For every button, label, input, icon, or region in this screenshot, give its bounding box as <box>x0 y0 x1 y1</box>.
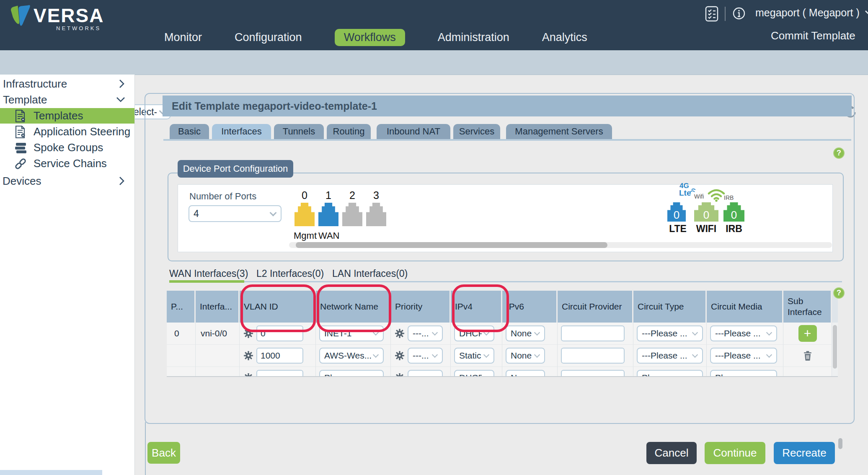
tab-services[interactable]: Services <box>453 124 500 139</box>
nav-item-monitor[interactable]: Monitor <box>164 31 202 44</box>
tab-inbound-nat[interactable]: Inbound NAT <box>377 124 450 139</box>
chevron-down-icon <box>483 352 489 358</box>
ipv4-select[interactable]: Static <box>454 348 494 364</box>
network-name-select[interactable]: Please... <box>319 370 384 377</box>
cell-circuit-type: ---Please ... <box>633 345 707 367</box>
nav-item-administration[interactable]: Administration <box>438 31 509 44</box>
irb-tag: IRB <box>724 194 734 201</box>
sidebar-group-infrastructure[interactable]: Infrastructure <box>0 76 134 91</box>
cell-circuit-media: Please... <box>707 367 783 377</box>
recreate-button[interactable]: Recreate <box>774 442 835 464</box>
wifi-label: WIFI <box>694 223 718 235</box>
tab-interfaces[interactable]: Interfaces <box>212 124 271 139</box>
chevron-down-icon <box>865 10 868 16</box>
circuit-type-select[interactable]: Please... <box>637 370 703 377</box>
tab-lan-interfaces[interactable]: LAN Interfaces(0) <box>332 268 408 279</box>
priority-select[interactable]: ---... <box>408 325 443 341</box>
gear-icon[interactable] <box>394 328 405 339</box>
page-scrollbar-thumb[interactable] <box>838 438 842 449</box>
vlan-id-input[interactable] <box>256 348 303 364</box>
tab-basic[interactable]: Basic <box>170 124 209 139</box>
annotation-ipv4 <box>452 284 509 332</box>
circuit-type-select[interactable]: ---Please ... <box>637 348 703 364</box>
ports-hscrollbar-thumb[interactable] <box>296 242 607 248</box>
network-name-select[interactable]: AWS-Wes... <box>319 348 384 364</box>
nav-item-configuration[interactable]: Configuration <box>235 31 302 44</box>
circuit-provider-input[interactable] <box>561 325 625 341</box>
tasks-icon[interactable] <box>705 6 718 22</box>
cell-ipv6: None <box>502 345 558 367</box>
circuit-provider-input[interactable] <box>561 370 625 377</box>
sidebar-item-spoke-groups[interactable]: Spoke Groups <box>0 140 134 155</box>
template-doc-icon <box>14 125 27 139</box>
info-icon[interactable] <box>732 7 746 20</box>
tab-management-servers[interactable]: Management Servers <box>506 124 612 139</box>
template-doc-icon <box>14 109 27 123</box>
priority-select[interactable]: ---... <box>408 370 443 377</box>
circuit-media-select[interactable]: ---Please ... <box>710 348 777 364</box>
sidebar-group-template[interactable]: Template <box>0 92 134 107</box>
back-button[interactable]: Back <box>147 442 180 464</box>
wifi-icon <box>706 188 726 202</box>
sidebar-item-service-chains[interactable]: Service Chains <box>0 156 134 171</box>
cell-vlan-id <box>240 367 316 377</box>
circuit-media-select[interactable]: ---Please ... <box>710 325 777 341</box>
continue-button[interactable]: Continue <box>705 442 765 464</box>
help-icon[interactable]: ? <box>833 287 845 299</box>
ipv4-select[interactable]: DHCP <box>454 370 494 377</box>
chevron-down-icon <box>483 374 489 377</box>
sidebar-group-devices[interactable]: Devices <box>0 173 134 188</box>
cell-priority: ---... <box>391 345 451 367</box>
chevron-down-icon <box>270 209 277 217</box>
delete-row-icon[interactable] <box>803 351 812 361</box>
user-menu[interactable]: megaport ( Megaport ) <box>755 7 868 19</box>
tab-l2-interfaces[interactable]: L2 Interfaces(0) <box>256 268 324 279</box>
chevron-down-icon <box>534 330 540 336</box>
priority-select[interactable]: ---... <box>408 348 443 364</box>
tab-wan-interfaces[interactable]: WAN Interfaces(3) <box>169 268 248 279</box>
vlan-id-input[interactable] <box>256 370 303 377</box>
cell-ipv4: DHCP <box>451 367 502 377</box>
chevron-down-icon <box>766 330 772 336</box>
sidebar: Infrastructure Template Templates <box>0 75 135 475</box>
chevron-down-icon <box>766 374 772 377</box>
help-icon[interactable]: ? <box>833 147 845 159</box>
tab-tunnels[interactable]: Tunnels <box>274 124 324 139</box>
ipv6-select[interactable]: None <box>506 325 545 341</box>
nav-item-workflows[interactable]: Workflows <box>335 29 405 46</box>
gear-icon[interactable] <box>243 372 254 377</box>
nav-item-analytics[interactable]: Analytics <box>542 31 587 44</box>
lte-label: LTE <box>669 223 687 235</box>
sidebar-item-templates[interactable]: Templates <box>0 108 134 124</box>
add-sub-interface-button[interactable]: + <box>798 325 817 342</box>
sidebar-item-application-steering[interactable]: Application Steering <box>0 124 134 139</box>
annotation-network-name <box>317 284 391 332</box>
circuit-type-select[interactable]: ---Please ... <box>637 325 703 341</box>
chevron-down-icon <box>534 374 540 377</box>
cell-interface <box>196 367 240 377</box>
cell-interface <box>196 345 240 367</box>
cancel-button[interactable]: Cancel <box>646 442 697 464</box>
commit-template-button[interactable]: Commit Template <box>771 29 855 42</box>
cell-circuit-type: Please... <box>633 367 707 377</box>
circuit-provider-input[interactable] <box>561 348 625 364</box>
ipv6-select[interactable]: None <box>506 348 545 364</box>
panel-left-edge-line <box>145 422 146 475</box>
gear-icon[interactable] <box>394 350 405 361</box>
table-vscrollbar-thumb[interactable] <box>833 325 837 369</box>
number-of-ports-select[interactable]: 4 <box>189 205 282 222</box>
organization-bar: Organization ---Please Select--- <box>0 50 868 75</box>
ipv6-select[interactable]: None <box>506 370 545 377</box>
gear-icon[interactable] <box>243 350 254 361</box>
tab-routing[interactable]: Routing <box>327 124 371 139</box>
chevron-down-icon <box>116 96 125 103</box>
port-number: 0 <box>294 189 315 201</box>
chevron-right-icon <box>119 79 125 88</box>
gear-icon[interactable] <box>394 372 405 377</box>
main-nav: Monitor Configuration Workflows Administ… <box>164 28 587 47</box>
circuit-media-select[interactable]: Please... <box>710 370 777 377</box>
tabs-underline <box>163 139 851 141</box>
sidebar-bottom-scroll-strip <box>0 470 102 475</box>
wifi-tag: Wifi <box>694 193 704 200</box>
port-label: Mgmt <box>294 230 317 241</box>
